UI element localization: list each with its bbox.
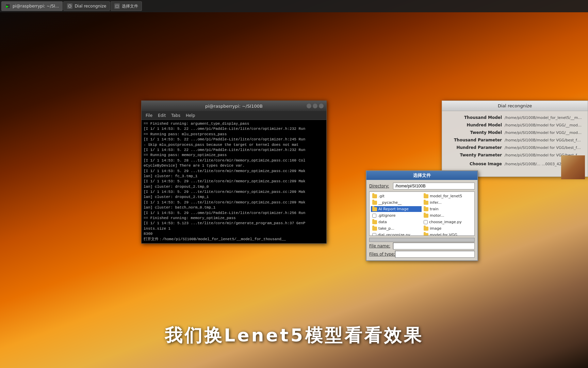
terminal-menubar: File Edit Tabs Help (142, 111, 326, 120)
terminal-output[interactable]: == Finished running: argument_type_displ… (142, 120, 326, 243)
file-item-label: motor... (430, 213, 444, 218)
terminal-menu-file[interactable]: File (146, 113, 152, 118)
file-type-label: Files of type: (369, 252, 395, 257)
horizontal-scrollbar[interactable] (369, 238, 475, 242)
file-item-gitignore[interactable]: .gitignore (371, 213, 422, 218)
file-item-label: AI Report Image (378, 207, 409, 211)
terminal-line: [I 1/ 1 14:53: 5. 29 ...te/lite/core/mir… (144, 189, 324, 195)
file-directory-input[interactable] (393, 183, 475, 189)
terminal-menu-edit[interactable]: Edit (158, 113, 166, 118)
svg-text:▶: ▶ (6, 5, 9, 8)
file-item-git[interactable]: .git (371, 193, 422, 199)
terminal-line: [I 1/ 1 14:53: 5. 22 ...ome/pi/Paddle-Li… (144, 126, 324, 132)
file-name-input[interactable] (393, 243, 475, 249)
folder-icon (424, 201, 428, 205)
file-list[interactable]: .git model_for_lenet5 __pycache__ infer.… (369, 191, 475, 236)
folder-icon (372, 201, 377, 205)
file-item-image[interactable]: image (422, 226, 473, 231)
file-item-model-lenet5[interactable]: model_for_lenet5 (422, 193, 473, 199)
file-item-label: model_for_lenet5 (430, 194, 462, 198)
terminal-line: [I 1/ 1 14:53: 5. 28 ...te/lite/core/mir… (144, 158, 324, 163)
dial-titlebar: Dial recongnize (442, 101, 588, 111)
file-checkbox[interactable] (372, 233, 376, 236)
dial-row-hundred-model: Hundred Model /home/pi/SI100B/model for … (447, 123, 582, 127)
taskbar-file-label: 选择文件 (122, 3, 138, 9)
folder-icon (424, 207, 428, 211)
file-item-label: train (430, 207, 439, 211)
dial-value-choose-image: /home/pi/SI100B/... ...0003_42 (505, 162, 561, 166)
terminal-line: lan] cluster: batch_norm_0.tmp_1 (144, 205, 324, 210)
file-type-row: Files of type: (369, 251, 475, 258)
file-item-label: .git (378, 194, 385, 198)
terminal-line: lan] cluster: dropout_2.tmp_0 (144, 184, 324, 189)
taskbar-item-dial[interactable]: Dial recongnize (63, 1, 110, 11)
terminal-line: [I 1/ 1 14:53: 5. 29 ...te/lite/core/mir… (144, 169, 324, 174)
dial-value-thousand-model: /home/pi/SI100B/model_for_lenet5/__model… (505, 116, 582, 120)
file-item-motor[interactable]: motor... (422, 213, 473, 218)
terminal-line: [I 1/ 1 14:53: 5.123 ...te/lite/core/mir… (144, 221, 324, 226)
folder-icon (372, 207, 377, 211)
dial-label-twenty-model: Twenty Model (447, 130, 502, 135)
file-item-model-vgg[interactable]: model for VGG (422, 232, 473, 236)
terminal-line: insts.size 1 (144, 226, 324, 231)
terminal-maximize-button[interactable] (313, 104, 317, 108)
terminal-close-button[interactable] (319, 104, 324, 108)
taskbar-item-file[interactable]: 选择文件 (111, 1, 142, 11)
file-directory-row: Directory: (369, 183, 475, 189)
file-item-pycache[interactable]: __pycache__ (371, 200, 422, 205)
dial-title: Dial recongnize (498, 103, 532, 108)
dial-label-twenty-param: Twenty Parameter (447, 153, 502, 157)
image-thumbnail (561, 155, 585, 179)
file-name-label: File name: (369, 244, 393, 248)
terminal-line: [I 1/ 1 14:53: 5. 22 ...ome/pi/Paddle-Li… (144, 137, 324, 142)
file-item-label: dial_recognize.py (378, 233, 410, 236)
terminal-line: [I 1/ 1 14:53: 5. 29 ...te/lite/core/mir… (144, 179, 324, 184)
file-item-data[interactable]: data (371, 219, 422, 225)
dial-row-hundred-param: Hundred Parameter /home/pi/SI100B/model … (447, 145, 582, 150)
dial-panel: Dial recongnize Thousand Model /home/pi/… (442, 101, 588, 177)
terminal-line: == Running pass: memory_optimize_pass (144, 153, 324, 158)
file-item-infer[interactable]: infer... (422, 200, 473, 205)
file-checkbox[interactable] (372, 214, 376, 218)
file-item-choose-image-py[interactable]: choose_image.py (422, 219, 473, 225)
dial-label-thousand-model: Thousand Model (447, 115, 502, 120)
file-item-dial-recognize-py[interactable]: dial_recognize.py (371, 232, 422, 236)
terminal-line: 8360 (144, 231, 324, 236)
file-dialog-title: 选择文件 (413, 172, 431, 179)
file-dialog: 选择文件 Directory: .git model_for_lenet5 __… (366, 170, 478, 261)
taskbar: ▶ pi@raspberrypi: ~/SI... Dial recongniz… (0, 0, 588, 12)
file-checkbox[interactable] (424, 220, 428, 224)
file-item-label: data (378, 220, 387, 224)
folder-icon (424, 194, 428, 198)
terminal-line: 打开文件：/home/pi/SI100B/model_for_lenet5/__… (144, 237, 324, 242)
terminal-line: == Finished running: memory_optimize_pas… (144, 216, 324, 221)
terminal-window-controls (307, 104, 324, 108)
file-item-take-p[interactable]: take_p... (371, 226, 422, 231)
terminal-window: pi@raspberrypi: ~/SI100B File Edit Tabs … (141, 101, 327, 244)
file-item-label: image (430, 226, 441, 231)
taskbar-dial-label: Dial recongnize (75, 4, 106, 9)
terminal-line: == Running pass: mlu_postprocess_pass (144, 132, 324, 137)
folder-icon (372, 194, 377, 198)
file-item-ai-report[interactable]: AI Report Image (371, 206, 422, 212)
file-item-label: __pycache__ (378, 200, 402, 205)
terminal-line: [I 1/ 1 14:53: 5. 29 ...ome/pi/Paddle-Li… (144, 211, 324, 216)
terminal-line: lan] cluster: fc_3.tmp_1 (144, 174, 324, 179)
dial-value-twenty-model: /home/pi/SI100B/model for VGG/__model_fo… (505, 131, 582, 135)
file-chooser-icon (114, 3, 120, 9)
dial-row-thousand-param: Thousand Parameter /home/pi/SI100B/model… (447, 138, 582, 142)
file-type-input[interactable] (395, 251, 475, 258)
dial-row-thousand-model: Thousand Model /home/pi/SI100B/model_for… (447, 115, 582, 120)
taskbar-item-terminal[interactable]: ▶ pi@raspberrypi: ~/SI... (1, 1, 63, 11)
terminal-minimize-button[interactable] (307, 104, 311, 108)
dial-value-hundred-param: /home/pi/SI100B/model for VGG/best_fo... (505, 145, 582, 150)
file-item-label: infer... (430, 200, 442, 205)
terminal-menu-tabs[interactable]: Tabs (171, 113, 180, 118)
terminal-menu-help[interactable]: Help (186, 113, 195, 118)
file-item-label: .gitignore (378, 213, 396, 218)
file-dialog-titlebar: 选择文件 (366, 171, 477, 180)
terminal-line: == Finished running: argument_type_displ… (144, 121, 324, 126)
file-item-train[interactable]: train (422, 206, 473, 212)
dial-row-twenty-model: Twenty Model /home/pi/SI100B/model for V… (447, 130, 582, 135)
file-item-label: take_p... (378, 226, 394, 231)
